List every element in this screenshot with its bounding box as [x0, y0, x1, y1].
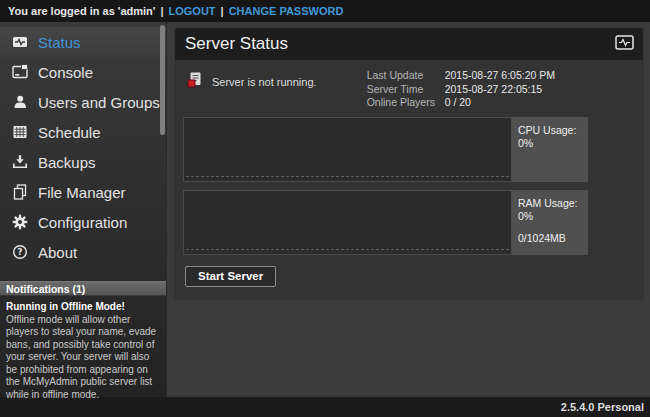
question-circle-icon: ?	[12, 244, 28, 260]
info-value: 0 / 20	[445, 96, 471, 110]
ram-graph-row: RAM Usage: 0% 0/1024MB	[183, 190, 635, 255]
cpu-usage-label: CPU Usage:	[518, 124, 582, 137]
sidebar-item-about[interactable]: ? About	[0, 237, 166, 267]
status-row: Server is not running. Last Update 2015-…	[183, 67, 635, 117]
cpu-chart-baseline	[186, 176, 509, 177]
main-area: Server Status	[167, 22, 650, 397]
info-value: 2015-08-27 6:05:20 PM	[445, 69, 555, 83]
ram-usage-detail: 0/1024MB	[518, 232, 582, 245]
separator: |	[160, 5, 163, 17]
sidebar-item-console[interactable]: Console	[0, 57, 166, 87]
sidebar-item-label: Backups	[38, 154, 96, 171]
server-status-message: Server is not running.	[212, 76, 317, 88]
pages-icon	[12, 184, 28, 200]
ram-chart-baseline	[186, 249, 509, 250]
sidebar-item-configuration[interactable]: Configuration	[0, 207, 166, 237]
change-password-link[interactable]: CHANGE PASSWORD	[229, 5, 344, 17]
sidebar-item-backups[interactable]: Backups	[0, 147, 166, 177]
sidebar-item-schedule[interactable]: Schedule	[0, 117, 166, 147]
info-label: Online Players	[367, 96, 445, 110]
page-title: Server Status	[185, 34, 288, 54]
info-row-server-time: Server Time 2015-08-27 22:05:15	[367, 83, 555, 97]
notifications-header: Notifications (1)	[0, 281, 166, 296]
version-text: 2.5.4.0 Personal	[561, 401, 644, 413]
logout-link[interactable]: LOGOUT	[169, 5, 216, 17]
cpu-usage-chart	[183, 117, 512, 182]
cpu-usage-gauge: CPU Usage: 0%	[512, 117, 588, 182]
sidebar-item-label: File Manager	[38, 184, 126, 201]
info-label: Last Update	[367, 69, 445, 83]
sidebar-item-users-and-groups[interactable]: Users and Groups	[0, 87, 166, 117]
panel-header: Server Status	[175, 28, 643, 60]
status-monitor-icon	[615, 35, 634, 54]
svg-text:?: ?	[18, 247, 23, 257]
info-row-last-update: Last Update 2015-08-27 6:05:20 PM	[367, 69, 555, 83]
status-monitor-icon	[12, 34, 28, 50]
sidebar-item-file-manager[interactable]: File Manager	[0, 177, 166, 207]
notification-title: Running in Offline Mode!	[6, 301, 160, 314]
server-state: Server is not running.	[187, 72, 317, 92]
gear-icon	[12, 214, 28, 230]
sidebar: Status Console	[0, 22, 167, 397]
panel-body: Server is not running. Last Update 2015-…	[175, 60, 643, 298]
console-icon	[12, 64, 28, 80]
sidebar-item-label: Status	[38, 34, 81, 51]
cpu-graph-row: CPU Usage: 0%	[183, 117, 635, 182]
schedule-grid-icon	[12, 124, 28, 140]
info-label: Server Time	[367, 83, 445, 97]
server-stopped-icon	[187, 72, 203, 92]
sidebar-item-label: About	[38, 244, 77, 261]
ram-usage-gauge: RAM Usage: 0% 0/1024MB	[512, 190, 588, 255]
download-tray-icon	[12, 154, 28, 170]
ram-usage-value: 0%	[518, 210, 582, 223]
mcmyadmin-app: You are logged in as 'admin' | LOGOUT | …	[0, 0, 650, 417]
sidebar-item-label: Console	[38, 64, 93, 81]
server-status-panel: Server Status	[175, 28, 643, 298]
notification-item: Running in Offline Mode! Offline mode wi…	[0, 296, 166, 406]
info-value: 2015-08-27 22:05:15	[445, 83, 543, 97]
sidebar-item-status[interactable]: Status	[0, 27, 166, 57]
top-bar: You are logged in as 'admin' | LOGOUT | …	[0, 0, 650, 22]
start-server-button[interactable]: Start Server	[185, 266, 276, 287]
ram-usage-chart	[183, 190, 512, 255]
sidebar-scrollbar[interactable]	[160, 25, 165, 135]
sidebar-item-label: Users and Groups	[38, 94, 160, 111]
sidebar-nav: Status Console	[0, 22, 166, 267]
server-info-table: Last Update 2015-08-27 6:05:20 PM Server…	[367, 69, 555, 110]
notification-text: Offline mode will allow other players to…	[6, 314, 160, 402]
users-icon	[12, 94, 28, 110]
sidebar-item-label: Configuration	[38, 214, 127, 231]
cpu-usage-value: 0%	[518, 137, 582, 150]
info-row-online-players: Online Players 0 / 20	[367, 96, 555, 110]
separator: |	[221, 5, 224, 17]
logged-in-text: You are logged in as 'admin'	[8, 5, 155, 17]
ram-usage-label: RAM Usage:	[518, 197, 582, 210]
sidebar-item-label: Schedule	[38, 124, 101, 141]
content-row: Status Console	[0, 22, 650, 397]
